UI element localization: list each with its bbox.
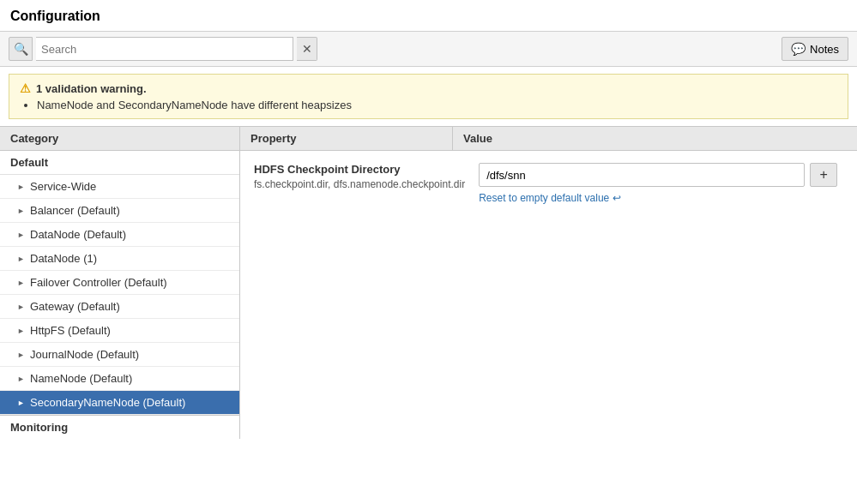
sidebar-item-journalnode[interactable]: ► JournalNode (Default) [0, 343, 239, 367]
chevron-right-icon: ► [17, 231, 26, 239]
sidebar-item-datanode-default[interactable]: ► DataNode (Default) [0, 223, 239, 247]
sidebar-item-service-wide[interactable]: ► Service-Wide [0, 175, 239, 199]
chevron-right-icon: ► [17, 207, 26, 215]
reset-icon: ↩ [613, 192, 621, 204]
chevron-right-icon: ► [17, 279, 26, 287]
sidebar-item-label: DataNode (Default) [30, 228, 126, 241]
sidebar-item-label: Balancer (Default) [30, 204, 120, 217]
toolbar: 🔍 ✕ 💬 Notes [0, 31, 857, 67]
page-title: Configuration [0, 0, 857, 31]
chevron-right-icon: ► [17, 183, 26, 191]
chevron-right-icon: ► [17, 255, 26, 263]
property-input-row: + [479, 163, 843, 187]
validation-title: ⚠ 1 validation warning. [20, 81, 837, 95]
sidebar-item-httpfs[interactable]: ► HttpFS (Default) [0, 319, 239, 343]
validation-banner: ⚠ 1 validation warning. NameNode and Sec… [9, 74, 848, 119]
sidebar-item-label: HttpFS (Default) [30, 324, 111, 337]
add-value-button[interactable]: + [810, 163, 837, 187]
property-name-block: HDFS Checkpoint Directory fs.checkpoint.… [254, 163, 465, 190]
validation-title-text: 1 validation warning. [36, 82, 147, 95]
sidebar-item-gateway[interactable]: ► Gateway (Default) [0, 295, 239, 319]
sidebar-item-secondary-namenode[interactable]: ► SecondaryNameNode (Default) [0, 391, 239, 415]
property-panel: HDFS Checkpoint Directory fs.checkpoint.… [240, 151, 857, 439]
sidebar-item-label: Service-Wide [30, 180, 96, 193]
property-label: HDFS Checkpoint Directory [254, 163, 465, 176]
validation-list: NameNode and SecondaryNameNode have diff… [37, 99, 837, 111]
property-row: HDFS Checkpoint Directory fs.checkpoint.… [254, 163, 843, 204]
toolbar-right: 💬 Notes [782, 37, 848, 61]
sidebar-section-default: Default [0, 151, 239, 175]
chevron-right-icon: ► [17, 375, 26, 383]
column-header-category: Category [0, 127, 240, 150]
sidebar-item-datanode-1[interactable]: ► DataNode (1) [0, 247, 239, 271]
sidebar-item-namenode[interactable]: ► NameNode (Default) [0, 367, 239, 391]
property-key: fs.checkpoint.dir, dfs.namenode.checkpoi… [254, 178, 465, 190]
notes-label: Notes [810, 43, 839, 56]
property-value-input[interactable] [479, 163, 805, 187]
warning-icon: ⚠ [20, 81, 31, 95]
search-icon[interactable]: 🔍 [9, 37, 33, 61]
sidebar-section-monitoring: Monitoring [0, 415, 239, 439]
sidebar-item-label: SecondaryNameNode (Default) [30, 396, 185, 409]
search-input[interactable] [36, 37, 293, 61]
sidebar-item-label: NameNode (Default) [30, 372, 132, 385]
sidebar-item-label: JournalNode (Default) [30, 348, 139, 361]
notes-button[interactable]: 💬 Notes [782, 37, 848, 61]
chevron-right-icon: ► [17, 351, 26, 359]
sidebar-item-label: Failover Controller (Default) [30, 276, 167, 289]
toolbar-left: 🔍 ✕ [9, 37, 317, 61]
reset-label: Reset to empty default value [479, 192, 609, 204]
property-value-block: + Reset to empty default value ↩ [479, 163, 843, 204]
content-wrapper: Default ► Service-Wide ► Balancer (Defau… [0, 151, 857, 439]
column-header-value: Value [453, 127, 857, 150]
sidebar-item-label: DataNode (1) [30, 252, 97, 265]
table-header: Category Property Value [0, 126, 857, 151]
sidebar-item-failover[interactable]: ► Failover Controller (Default) [0, 271, 239, 295]
reset-default-link[interactable]: Reset to empty default value ↩ [479, 192, 843, 204]
chevron-right-icon: ► [17, 399, 26, 407]
sidebar: Default ► Service-Wide ► Balancer (Defau… [0, 151, 240, 439]
chevron-right-icon: ► [17, 327, 26, 335]
search-clear-button[interactable]: ✕ [297, 37, 317, 61]
sidebar-item-label: Gateway (Default) [30, 300, 120, 313]
validation-item: NameNode and SecondaryNameNode have diff… [37, 99, 837, 111]
sidebar-item-balancer[interactable]: ► Balancer (Default) [0, 199, 239, 223]
column-header-property: Property [240, 127, 453, 150]
chat-icon: 💬 [791, 42, 806, 56]
chevron-right-icon: ► [17, 303, 26, 311]
